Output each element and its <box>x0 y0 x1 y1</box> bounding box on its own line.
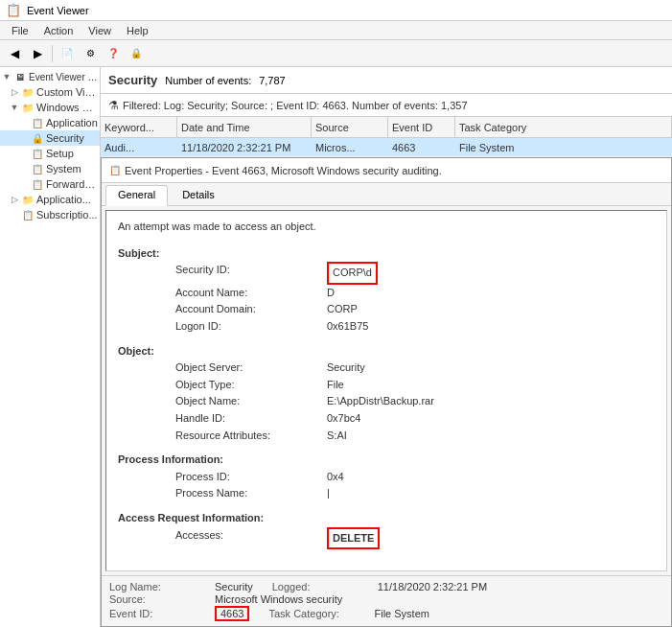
tab-general[interactable]: General <box>105 185 168 206</box>
source-value: Microsoft Windows security <box>215 593 342 605</box>
sidebar: ▼ 🖥 Event Viewer (Local) ▷ 📁 Custom View… <box>0 67 101 627</box>
menu-file[interactable]: File <box>4 23 36 38</box>
log-icon-forwarded: 📋 <box>31 177 44 191</box>
tree-arrow-windowslogs: ▼ <box>10 103 19 112</box>
tabs-bar: General Details <box>102 183 671 206</box>
shield-icon-security: 🔒 <box>31 131 44 145</box>
field-value-object-server: Security <box>327 360 365 377</box>
taskcat-value: File System <box>374 608 429 619</box>
field-value-object-name: E:\AppDistr\Backup.rar <box>327 393 434 410</box>
menu-action[interactable]: Action <box>36 23 81 38</box>
log-icon-setup: 📋 <box>31 147 44 160</box>
eventid-label: Event ID: <box>109 608 196 619</box>
sidebar-item-setup[interactable]: 📋 Setup <box>0 146 100 161</box>
computer-icon: 🖥 <box>13 70 27 83</box>
field-account-domain: Account Domain: CORP <box>175 301 655 318</box>
subject-fields: Security ID: CORP\d Account Name: D Acco… <box>118 262 655 335</box>
field-value-object-type: File <box>327 377 344 394</box>
sidebar-item-application[interactable]: 📋 Application <box>0 115 100 130</box>
process-title: Process Information: <box>118 452 655 469</box>
col-header-keywords[interactable]: Keyword... <box>101 117 177 137</box>
folder-icon-applications: 📁 <box>21 193 35 206</box>
sidebar-label-eventviewer: Event Viewer (Local) <box>29 72 98 82</box>
accesses-highlighted: DELETE <box>327 527 380 550</box>
event-section-process: Process Information: Process ID: 0x4 Pro… <box>118 452 655 502</box>
object-title: Object: <box>118 343 655 360</box>
cell-eventid: 4663 <box>388 140 455 155</box>
sidebar-item-customviews[interactable]: ▷ 📁 Custom Views <box>0 84 100 100</box>
toolbar-help-button[interactable]: ❓ <box>103 43 124 64</box>
dialog-title: Event Properties - Event 4663, Microsoft… <box>125 165 442 176</box>
field-process-name: Process Name: | <box>175 485 655 502</box>
toolbar-new-button[interactable]: 📄 <box>57 43 78 64</box>
table-header: Keyword... Date and Time Source Event ID… <box>101 117 672 138</box>
toolbar-back-button[interactable]: ◀ <box>4 43 25 64</box>
events-count-label: Number of events: <box>165 75 251 86</box>
events-count-value: 7,787 <box>259 75 286 86</box>
menu-help[interactable]: Help <box>119 23 156 38</box>
sidebar-label-forwarded: Forwarde... <box>46 178 98 190</box>
sidebar-label-subscriptions: Subscriptio... <box>36 209 98 221</box>
col-header-datetime[interactable]: Date and Time <box>177 117 312 137</box>
sidebar-item-forwarded[interactable]: 📋 Forwarde... <box>0 176 100 192</box>
field-value-security-id: CORP\d <box>327 262 378 285</box>
field-name-object-name: Object Name: <box>175 393 319 410</box>
field-value-handle-id: 0x7bc4 <box>327 410 360 428</box>
col-header-taskcategory[interactable]: Task Category <box>455 117 672 137</box>
content-area: Security Number of events: 7,787 ⚗ Filte… <box>101 67 672 627</box>
folder-icon-customviews: 📁 <box>21 85 35 99</box>
security-panel-title: Security <box>108 73 157 87</box>
event-section-subject: Subject: Security ID: CORP\d Account Nam… <box>118 245 655 336</box>
bottom-row-1: Log Name: Security Logged: 11/18/2020 2:… <box>109 581 663 592</box>
sidebar-label-windowslogs: Windows Logs <box>36 102 98 113</box>
sidebar-item-system[interactable]: 📋 System <box>0 161 100 176</box>
field-process-id: Process ID: 0x4 <box>175 469 655 486</box>
field-object-server: Object Server: Security <box>175 360 655 377</box>
sidebar-item-security[interactable]: 🔒 Security <box>0 130 100 146</box>
field-value-account-name: D <box>327 285 335 302</box>
event-intro-text: An attempt was made to access an object. <box>118 219 655 236</box>
dialog-title-bar: 📋 Event Properties - Event 4663, Microso… <box>102 158 671 183</box>
title-bar: 📋 Event Viewer <box>0 0 672 21</box>
field-value-resource-attrs: S:AI <box>327 428 347 445</box>
object-fields: Object Server: Security Object Type: Fil… <box>118 360 655 444</box>
tab-details[interactable]: Details <box>170 185 227 205</box>
field-name-logon-id: Logon ID: <box>175 318 319 336</box>
sidebar-label-system: System <box>46 163 81 174</box>
sidebar-label-customviews: Custom Views <box>36 86 98 98</box>
tree-arrow-applications: ▷ <box>10 195 19 204</box>
field-object-name: Object Name: E:\AppDistr\Backup.rar <box>175 393 655 410</box>
col-header-source[interactable]: Source <box>312 117 388 137</box>
table-row[interactable]: Audi... 11/18/2020 2:32:21 PM Micros... … <box>101 138 672 157</box>
menu-view[interactable]: View <box>81 23 119 38</box>
security-panel-header: Security Number of events: 7,787 <box>101 67 672 94</box>
event-content-area: An attempt was made to access an object.… <box>105 210 667 571</box>
process-fields: Process ID: 0x4 Process Name: | <box>118 469 655 502</box>
field-name-resource-attrs: Resource Attributes: <box>175 428 319 445</box>
toolbar-lock-button[interactable]: 🔒 <box>126 43 147 64</box>
toolbar-properties-button[interactable]: ⚙ <box>80 43 101 64</box>
bottom-row-3: Event ID: 4663 Task Category: File Syste… <box>109 606 663 621</box>
taskcat-label: Task Category: <box>268 608 355 619</box>
app-icon: 📋 <box>6 3 21 17</box>
filter-bar: ⚗ Filtered: Log: Security; Source: ; Eve… <box>101 94 672 117</box>
main-container: ▼ 🖥 Event Viewer (Local) ▷ 📁 Custom View… <box>0 67 672 627</box>
field-name-object-server: Object Server: <box>175 360 319 377</box>
field-handle-id: Handle ID: 0x7bc4 <box>175 410 655 428</box>
sidebar-item-applications[interactable]: ▷ 📁 Applicatio... <box>0 192 100 207</box>
sidebar-item-subscriptions[interactable]: 📋 Subscriptio... <box>0 207 100 222</box>
event-dialog: 📋 Event Properties - Event 4663, Microso… <box>101 157 672 627</box>
field-name-process-id: Process ID: <box>175 469 319 486</box>
sidebar-item-eventviewer[interactable]: ▼ 🖥 Event Viewer (Local) <box>0 69 100 84</box>
col-header-eventid[interactable]: Event ID <box>388 117 455 137</box>
filter-text: Filtered: Log: Security; Source: ; Event… <box>123 100 468 111</box>
toolbar-forward-button[interactable]: ▶ <box>27 43 48 64</box>
sidebar-item-windowslogs[interactable]: ▼ 📁 Windows Logs <box>0 100 100 115</box>
logged-label: Logged: <box>272 581 359 592</box>
toolbar-separator <box>52 45 53 62</box>
field-name-object-type: Object Type: <box>175 377 319 394</box>
access-fields: Accesses: DELETE <box>118 527 655 550</box>
app-title: Event Viewer <box>27 5 89 16</box>
toolbar: ◀ ▶ 📄 ⚙ ❓ 🔒 <box>0 40 672 67</box>
field-resource-attrs: Resource Attributes: S:AI <box>175 428 655 445</box>
